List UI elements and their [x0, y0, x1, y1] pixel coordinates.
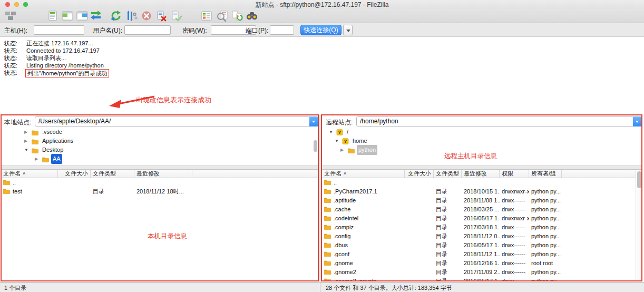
tree-item-vscode[interactable]: ▶.vscode	[1, 128, 318, 137]
file-cell: 目录	[434, 187, 462, 196]
file-row-.cache[interactable]: .cache目录2018/03/25 ...drwx------python p…	[322, 205, 636, 214]
disconnect-icon[interactable]	[155, 10, 168, 22]
local-splitter[interactable]	[1, 166, 318, 170]
file-name-cell: test	[1, 187, 58, 196]
folder-icon	[324, 241, 331, 250]
file-name-cell: .cache	[322, 205, 405, 214]
local-path-dropdown-icon[interactable]	[309, 116, 318, 126]
local-tree-scrollbar[interactable]	[314, 140, 317, 152]
file-name-cell: .config	[322, 232, 405, 241]
host-input[interactable]	[34, 25, 84, 35]
expand-arrow-icon[interactable]: ▶	[24, 137, 32, 145]
log-rows: 状态:正在连接 172.16.47.197...状态:Connected to …	[0, 40, 644, 76]
local-path-combobox[interactable]: /Users/apple/Desktop/AA/	[35, 116, 318, 126]
column-header-3[interactable]: 文件类型	[434, 170, 462, 178]
remote-site-label: 远程站点:	[326, 118, 353, 127]
file-name-cell: ..	[322, 178, 405, 187]
site-manager-icon[interactable]	[4, 10, 17, 22]
quickconnect-bar: 主机(H): 用户名(U): 密码(W): 端口(P): 快速连接(Q)	[0, 23, 644, 37]
file-cell: 2016/12/16 1...	[462, 259, 500, 268]
file-cell: 目录	[434, 259, 462, 268]
remote-tree-toggle-icon[interactable]	[76, 10, 89, 22]
file-cell: 2017/03/18 1...	[462, 223, 500, 232]
port-input[interactable]	[270, 25, 294, 35]
remote-list-scrollbar-track[interactable]	[636, 170, 642, 281]
remote-splitter[interactable]	[322, 166, 642, 170]
file-row-.gnome[interactable]: .gnome目录2016/12/16 1...drwx------root ro…	[322, 259, 636, 268]
column-header-4[interactable]: 最近修改	[462, 170, 500, 178]
file-row-.dbus[interactable]: .dbus目录2016/05/17 1...drwx------python p…	[322, 241, 636, 250]
log-row: 状态:正在连接 172.16.47.197...	[0, 40, 644, 47]
expand-arrow-icon[interactable]: ▶	[340, 145, 348, 154]
remote-path-combobox[interactable]: /home/python	[356, 116, 642, 126]
file-cell	[405, 196, 434, 205]
column-header-3[interactable]: 文件类型	[91, 170, 134, 178]
remote-list-scrollbar[interactable]	[637, 171, 641, 188]
directory-listing-filters-icon[interactable]	[200, 10, 213, 22]
process-queue-icon[interactable]	[125, 10, 138, 22]
tree-item-Desktop[interactable]: ▼Desktop	[1, 145, 318, 154]
tree-item-Applications[interactable]: ▶Applications	[1, 137, 318, 145]
file-cell: python py...	[529, 277, 562, 281]
file-row-.codeintel[interactable]: .codeintel目录2016/05/17 1...drwxrwxr-xpyt…	[322, 214, 636, 223]
file-row-.aptitude[interactable]: .aptitude目录2018/11/08 1...drwx------pyth…	[322, 196, 636, 205]
panel-divider[interactable]	[319, 115, 321, 282]
column-header-1[interactable]: 文件名^	[322, 170, 405, 178]
directory-comparison-icon[interactable]	[216, 10, 229, 22]
file-row-..[interactable]: ..	[1, 178, 318, 187]
column-header-6[interactable]: 所有者/组	[529, 170, 562, 178]
file-cell: python py...	[529, 214, 562, 223]
file-cell: 目录	[434, 277, 462, 281]
remote-path-dropdown-icon[interactable]	[633, 116, 642, 126]
expand-arrow-icon[interactable]: ▶	[35, 154, 42, 163]
log-message: Connected to 172.16.47.197	[26, 47, 100, 54]
file-row-.gnome2[interactable]: .gnome2目录2017/11/09 2...drwx------python…	[322, 268, 636, 277]
file-cell: python py...	[529, 268, 562, 277]
find-files-icon[interactable]	[246, 10, 258, 22]
local-path-value: /Users/apple/Desktop/AA/	[38, 117, 111, 126]
column-header-2[interactable]: 文件大小	[58, 170, 91, 178]
collapse-arrow-icon[interactable]: ▼	[24, 145, 32, 154]
file-row-test[interactable]: test目录2018/11/12 18时...	[1, 187, 318, 196]
folder-icon	[324, 277, 331, 281]
tree-label: python	[357, 145, 377, 155]
synchronized-browsing-icon[interactable]	[231, 10, 243, 22]
folder-icon	[42, 156, 49, 162]
local-status-text: 1 个目录	[4, 284, 26, 292]
expand-arrow-icon[interactable]: ▶	[24, 128, 32, 137]
log-view-toggle-icon[interactable]	[46, 10, 59, 22]
column-header-2[interactable]: 文件大小	[405, 170, 434, 178]
file-row-.PyCharm2017.1[interactable]: .PyCharm2017.1目录2018/10/15 1...drwxrwxr-…	[322, 187, 636, 196]
file-row-.gnome2_private[interactable]: .gnome2_private目录2016/05/17 1...drwx----…	[322, 277, 636, 281]
tree-item-[interactable]: ▼?/	[322, 128, 642, 137]
tree-item-home[interactable]: ▼?home	[322, 137, 642, 145]
quickconnect-button[interactable]: 快速连接(Q)	[300, 25, 341, 35]
log-message: 列出"/home/python"的目录成功	[25, 69, 109, 77]
cancel-operation-icon[interactable]	[140, 10, 153, 22]
quickconnect-dropdown-button[interactable]	[343, 25, 353, 35]
local-tree-toggle-icon[interactable]	[61, 10, 74, 22]
file-row-..[interactable]: ..	[322, 178, 636, 187]
file-row-.config[interactable]: .config目录2018/11/12 0...drwx------python…	[322, 232, 636, 241]
file-cell: 目录	[434, 223, 462, 232]
file-cell	[58, 187, 91, 196]
file-cell: root root	[529, 259, 562, 268]
refresh-icon[interactable]	[110, 10, 122, 22]
folder-icon	[324, 179, 331, 187]
collapse-arrow-icon[interactable]: ▼	[335, 137, 342, 145]
tree-item-AA[interactable]: ▶AA	[1, 154, 318, 163]
unknown-folder-icon: ?	[342, 138, 349, 144]
column-header-1[interactable]: 文件名^	[1, 170, 58, 178]
remote-annotation-text: 远程主机目录信息	[444, 152, 497, 161]
column-header-4[interactable]: 最近修改	[134, 170, 192, 178]
column-header-5[interactable]: 权限	[500, 170, 529, 178]
folder-icon	[324, 197, 331, 205]
message-log: 状态:正在连接 172.16.47.197...状态:Connected to …	[0, 37, 644, 114]
log-row: 状态:读取目录列表...	[0, 54, 644, 62]
transfer-queue-toggle-icon[interactable]	[90, 10, 102, 22]
collapse-arrow-icon[interactable]: ▼	[329, 128, 336, 137]
file-row-.compiz[interactable]: .compiz目录2017/03/18 1...drwx------python…	[322, 223, 636, 232]
username-input[interactable]	[124, 25, 171, 35]
reconnect-icon[interactable]	[170, 10, 182, 22]
file-row-.gconf[interactable]: .gconf目录2018/11/12 1...drwx------python …	[322, 250, 636, 259]
